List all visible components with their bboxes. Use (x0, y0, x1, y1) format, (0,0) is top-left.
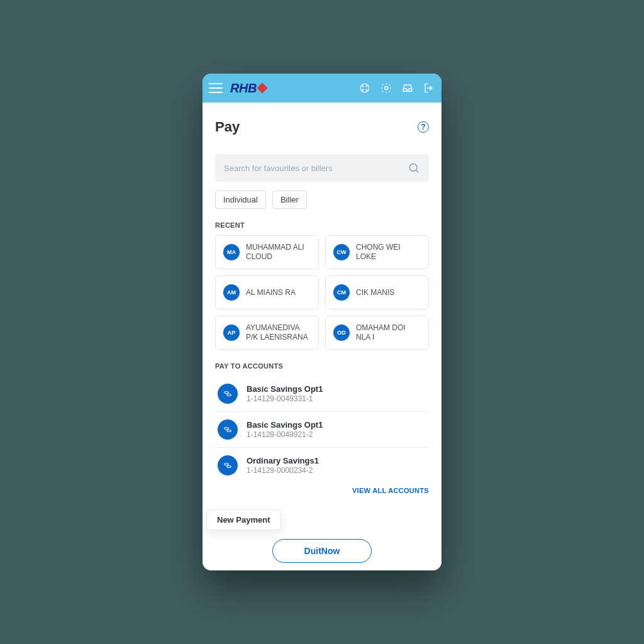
recent-name: AL MIAINS RA (246, 288, 296, 297)
recent-name: AYUMANEDIVA P/K LAENISRANA (246, 323, 311, 342)
support-icon[interactable] (358, 82, 371, 94)
view-all-accounts-link[interactable]: VIEW ALL ACCOUNTS (215, 487, 429, 494)
avatar: AM (223, 284, 240, 301)
brand-logo: RHB (230, 81, 266, 96)
section-recent-label: RECENT (215, 221, 429, 229)
svg-point-1 (385, 87, 388, 90)
recent-card[interactable]: AM AL MIAINS RA (215, 275, 319, 309)
recent-name: OMAHAM DOI NLA I (356, 323, 421, 342)
account-name: Basic Savings Opt1 (247, 384, 323, 394)
settings-icon[interactable] (380, 82, 392, 94)
avatar: OD (333, 325, 350, 341)
app-bar: RHB (203, 74, 441, 103)
recent-card[interactable]: MA MUHAMMAD ALI CLOUD (215, 235, 319, 269)
account-row[interactable]: Basic Savings Opt1 1-14129-0049331-1 (215, 376, 429, 412)
svg-point-2 (409, 164, 417, 171)
recent-card[interactable]: AP AYUMANEDIVA P/K LAENISRANA (215, 316, 319, 350)
filter-biller[interactable]: Biller (272, 191, 307, 209)
help-icon[interactable]: ? (418, 121, 429, 133)
account-number: 1-14129-0049921-2 (247, 430, 323, 439)
avatar: CM (333, 284, 350, 301)
recent-card[interactable]: CW CHONG WEI LOKE (325, 235, 429, 269)
account-name: Basic Savings Opt1 (247, 420, 323, 430)
recent-card[interactable]: OD OMAHAM DOI NLA I (325, 316, 429, 350)
svg-point-8 (227, 466, 231, 468)
account-row[interactable]: Basic Savings Opt1 1-14129-0049921-2 (215, 412, 429, 448)
svg-point-4 (227, 394, 231, 396)
avatar: CW (333, 244, 350, 260)
page-content: Pay ? Individual Biller RECENT MA MUHAMM… (203, 103, 441, 570)
svg-point-3 (225, 392, 229, 394)
svg-point-7 (225, 464, 229, 465)
logout-icon[interactable] (423, 82, 435, 94)
inbox-icon[interactable] (401, 82, 414, 94)
account-name: Ordinary Savings1 (247, 456, 319, 465)
page-title: Pay (215, 119, 240, 135)
recent-name: MUHAMMAD ALI CLOUD (246, 243, 311, 262)
account-number: 1-14129-0000234-2 (247, 466, 319, 475)
phone-frame: RHB Pay ? Individual Biller RECENT (203, 74, 441, 570)
recent-name: CIK MANIS (356, 288, 394, 297)
account-icon (218, 455, 238, 475)
appbar-actions (358, 82, 435, 94)
search-input[interactable] (224, 164, 408, 173)
search-bar[interactable] (215, 154, 429, 182)
svg-point-0 (360, 84, 369, 92)
search-icon (408, 162, 420, 174)
account-icon (218, 419, 238, 440)
menu-icon[interactable] (209, 83, 223, 93)
account-icon (218, 384, 238, 404)
recent-card[interactable]: CM CIK MANIS (325, 275, 429, 309)
svg-point-6 (227, 430, 231, 432)
new-payment-button[interactable]: New Payment (206, 509, 281, 530)
recent-grid: MA MUHAMMAD ALI CLOUD CW CHONG WEI LOKE … (215, 235, 429, 350)
account-list: Basic Savings Opt1 1-14129-0049331-1 Bas… (215, 376, 429, 483)
filter-individual[interactable]: Individual (215, 191, 266, 209)
brand-text: RHB (230, 81, 257, 96)
duitnow-button[interactable]: DuitNow (272, 539, 372, 563)
svg-point-5 (225, 428, 229, 430)
avatar: AP (223, 325, 240, 341)
account-number: 1-14129-0049331-1 (247, 394, 323, 403)
diamond-icon (257, 83, 267, 94)
section-accounts-label: PAY TO ACCOUNTS (215, 362, 429, 370)
account-row[interactable]: Ordinary Savings1 1-14129-0000234-2 (215, 448, 429, 483)
recent-name: CHONG WEI LOKE (356, 243, 421, 262)
avatar: MA (223, 244, 240, 260)
